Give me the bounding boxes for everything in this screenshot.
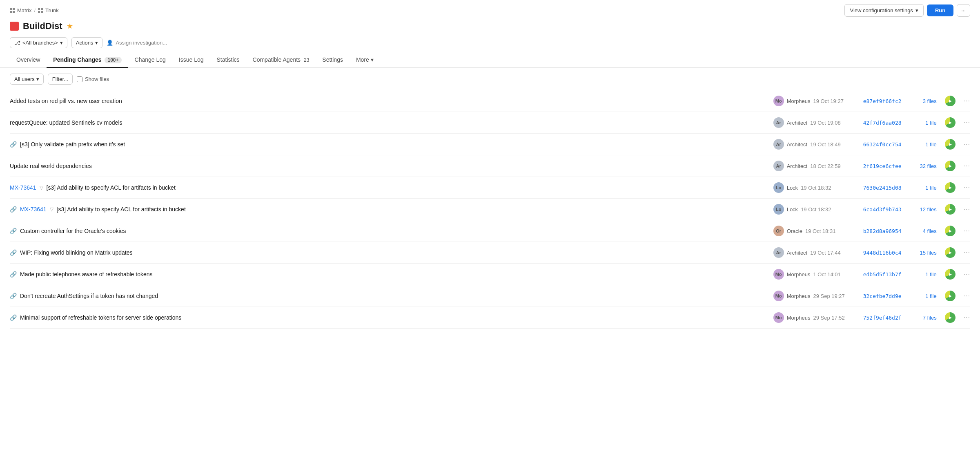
- ticket-link[interactable]: MX-73641: [10, 184, 36, 191]
- tab-more[interactable]: More ▾: [350, 52, 380, 68]
- run-button[interactable]: Run: [927, 4, 953, 16]
- commit-hash[interactable]: 9448d116b0c4: [863, 250, 908, 256]
- avatar: Lo: [773, 204, 784, 215]
- run-change-button[interactable]: [945, 247, 956, 258]
- config-button-label: View configuration settings: [850, 7, 913, 13]
- change-menu-button[interactable]: ···: [964, 97, 970, 105]
- change-right-3: ArArchitect18 Oct 22:592f619ce6cfee32 fi…: [773, 161, 970, 171]
- commit-hash[interactable]: 6ca4d3f9b743: [863, 206, 908, 213]
- ticket-link[interactable]: MX-73641: [20, 206, 47, 213]
- commit-date: 19 Oct 18:32: [801, 185, 831, 191]
- commit-date: 18 Oct 22:59: [810, 163, 840, 169]
- change-menu-button[interactable]: ···: [964, 141, 970, 148]
- change-menu-button[interactable]: ···: [964, 162, 970, 170]
- all-users-label: All users: [14, 76, 35, 82]
- tab-settings[interactable]: Settings: [316, 52, 350, 68]
- show-files-checkbox[interactable]: [77, 76, 82, 82]
- change-menu-button[interactable]: ···: [964, 292, 970, 300]
- commit-hash[interactable]: b282d8a96954: [863, 228, 908, 234]
- all-users-button[interactable]: All users ▾: [10, 74, 44, 85]
- files-count: 32 files: [916, 163, 937, 169]
- commit-date: 19 Oct 17:44: [810, 250, 840, 256]
- funnel-icon[interactable]: ▽: [50, 206, 53, 212]
- actions-label: Actions: [76, 40, 94, 46]
- show-files-text: Show files: [85, 76, 109, 82]
- run-change-button[interactable]: [945, 161, 956, 171]
- commit-date: 29 Sep 17:52: [813, 315, 844, 321]
- branch-label: <All branches>: [22, 40, 58, 46]
- star-icon[interactable]: ★: [67, 22, 73, 31]
- change-row: 🔗MX-73641 ▽ [s3] Add ability to specify …: [10, 199, 970, 220]
- assign-label: Assign investigation...: [116, 40, 167, 46]
- author-info: MoMorpheus29 Sep 19:27: [773, 291, 855, 301]
- author-name: Lock: [787, 206, 798, 213]
- run-change-button[interactable]: [945, 182, 956, 193]
- author-info: LoLock19 Oct 18:32: [773, 204, 855, 215]
- run-change-button[interactable]: [945, 96, 956, 106]
- commit-hash[interactable]: 42f7df6aa028: [863, 120, 908, 126]
- run-change-button[interactable]: [945, 139, 956, 150]
- more-top-button[interactable]: ···: [957, 4, 970, 17]
- change-menu-button[interactable]: ···: [964, 271, 970, 278]
- change-row: requestQueue: updated Sentinels cv model…: [10, 112, 970, 134]
- commit-hash[interactable]: 66324f0cc754: [863, 141, 908, 148]
- run-change-button[interactable]: [945, 204, 956, 215]
- top-bar: Matrix / Trunk View configuration settin…: [0, 0, 980, 17]
- run-change-button[interactable]: [945, 269, 956, 280]
- tab-statistics[interactable]: Statistics: [210, 52, 246, 68]
- run-change-button[interactable]: [945, 117, 956, 128]
- avatar: Mo: [773, 312, 784, 323]
- assign-button[interactable]: 👤 Assign investigation...: [107, 40, 167, 46]
- files-count: 1 file: [916, 271, 937, 278]
- actions-chevron-icon: ▾: [95, 40, 98, 46]
- funnel-icon[interactable]: ▽: [40, 185, 43, 190]
- tab-change-log[interactable]: Change Log: [128, 52, 172, 68]
- show-files-label[interactable]: Show files: [77, 76, 109, 82]
- config-button[interactable]: View configuration settings ▾: [844, 4, 923, 17]
- author-info: MoMorpheus29 Sep 17:52: [773, 312, 855, 323]
- change-menu-button[interactable]: ···: [964, 184, 970, 191]
- files-count: 7 files: [916, 315, 937, 321]
- tab-compatible-agents[interactable]: Compatible Agents 23: [246, 52, 316, 68]
- actions-button[interactable]: Actions ▾: [71, 37, 103, 48]
- commit-hash[interactable]: 2f619ce6cfee: [863, 163, 908, 169]
- change-menu-button[interactable]: ···: [964, 249, 970, 256]
- run-change-button[interactable]: [945, 312, 956, 323]
- change-menu-button[interactable]: ···: [964, 227, 970, 235]
- breadcrumb-matrix[interactable]: Matrix: [17, 7, 31, 13]
- change-title: Minimal support of refreshable tokens fo…: [20, 314, 181, 321]
- commit-hash[interactable]: 752f9ef46d2f: [863, 315, 908, 321]
- files-count: 1 file: [916, 120, 937, 126]
- change-title: [s3] Add ability to specify ACL for arti…: [47, 184, 176, 191]
- tab-pending-changes[interactable]: Pending Changes 100+: [47, 52, 128, 68]
- tab-issue-log[interactable]: Issue Log: [172, 52, 210, 68]
- filter-button[interactable]: Filter...: [48, 74, 73, 85]
- tab-overview[interactable]: Overview: [10, 52, 47, 68]
- change-menu-button[interactable]: ···: [964, 314, 970, 321]
- author-info: OrOracle19 Oct 18:31: [773, 226, 855, 236]
- filters-bar: All users ▾ Filter... Show files: [0, 68, 980, 90]
- config-chevron-icon: ▾: [915, 7, 918, 13]
- author-name: Architect: [787, 120, 808, 126]
- breadcrumb: Matrix / Trunk: [10, 7, 59, 13]
- author-name: Lock: [787, 185, 798, 191]
- commit-date: 19 Oct 18:49: [810, 141, 840, 148]
- commit-hash[interactable]: 7630e2415d08: [863, 185, 908, 191]
- run-change-button[interactable]: [945, 291, 956, 301]
- change-right-0: MoMorpheus19 Oct 19:27e87ef9f66fc23 file…: [773, 96, 970, 106]
- author-info: MoMorpheus1 Oct 14:01: [773, 269, 855, 280]
- change-left-4: MX-73641 ▽ [s3] Add ability to specify A…: [10, 184, 768, 191]
- commit-hash[interactable]: 32cefbe7dd9e: [863, 293, 908, 299]
- run-change-button[interactable]: [945, 226, 956, 236]
- avatar: Ar: [773, 161, 784, 171]
- change-menu-button[interactable]: ···: [964, 119, 970, 126]
- branch-button[interactable]: ⎇ <All branches> ▾: [10, 37, 67, 48]
- change-right-1: ArArchitect19 Oct 19:0842f7df6aa0281 fil…: [773, 117, 970, 128]
- commit-date: 1 Oct 14:01: [813, 271, 840, 278]
- commit-hash[interactable]: e87ef9f66fc2: [863, 98, 908, 104]
- breadcrumb-trunk[interactable]: Trunk: [45, 7, 59, 13]
- files-count: 12 files: [916, 206, 937, 213]
- commit-hash[interactable]: edb5d5f13b7f: [863, 271, 908, 278]
- toolbar: ⎇ <All branches> ▾ Actions ▾ 👤 Assign in…: [0, 35, 980, 52]
- change-menu-button[interactable]: ···: [964, 206, 970, 213]
